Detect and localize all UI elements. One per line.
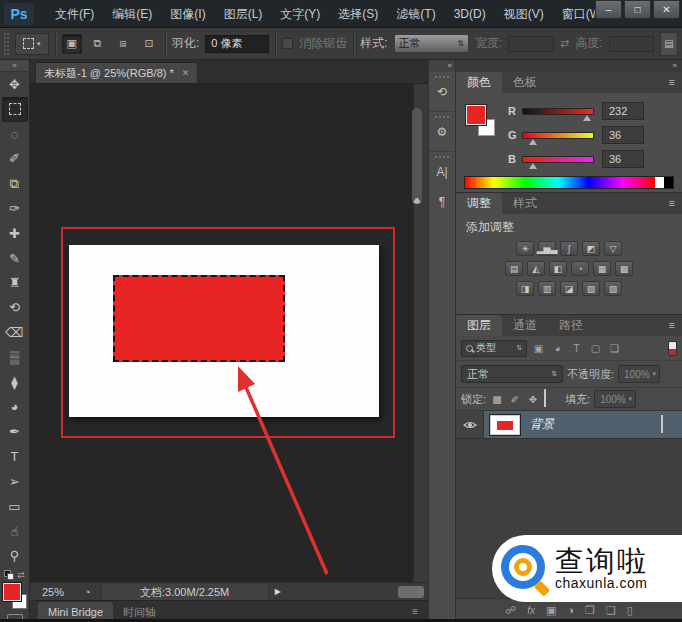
tool-pen-button[interactable]: ✒	[2, 419, 28, 444]
vertical-scrollbar[interactable]	[413, 84, 428, 582]
panel-menu-icon[interactable]: ≡	[669, 315, 682, 336]
new-layer-icon[interactable]: ❑	[606, 604, 616, 617]
menu-3d[interactable]: 3D(D)	[445, 0, 495, 28]
photo-filter-icon[interactable]: ◔	[571, 261, 589, 276]
selection-mode-add-button[interactable]: ⧉	[88, 34, 108, 54]
width-input[interactable]	[508, 36, 554, 52]
tab-color[interactable]: 颜色	[456, 72, 502, 93]
workspace-button[interactable]: ▤	[660, 32, 678, 56]
tool-path-selection-button[interactable]: ➢	[2, 469, 28, 494]
filter-smart-objects-icon[interactable]: ❏	[607, 343, 622, 354]
properties-panel-icon[interactable]: ⚙	[431, 121, 453, 143]
tool-hand-button[interactable]: ☝	[2, 519, 28, 544]
brightness-contrast-icon[interactable]: ☀	[516, 241, 534, 256]
toolbar-collapse-icon[interactable]: »	[0, 60, 29, 72]
tool-clone-stamp-button[interactable]: ♜	[2, 271, 28, 296]
exposure-icon[interactable]: ◩	[582, 241, 600, 256]
gradient-map-icon[interactable]: ▨	[604, 281, 622, 296]
filter-shape-layers-icon[interactable]: ▢	[588, 343, 603, 354]
layer-row-background[interactable]: 背景	[456, 411, 682, 439]
status-options-arrow-icon[interactable]: ▶	[275, 587, 281, 596]
lock-all-icon[interactable]	[544, 390, 553, 408]
layer-filter-dropdown[interactable]: 类型 ⇅	[461, 340, 527, 357]
blue-value[interactable]: 36	[602, 150, 644, 168]
menu-type[interactable]: 文字(Y)	[271, 0, 329, 28]
hue-saturation-icon[interactable]: ▤	[505, 261, 523, 276]
layer-style-icon[interactable]: fx	[527, 605, 535, 616]
tool-crop-button[interactable]: ⧉	[2, 171, 28, 196]
maximize-button[interactable]: □	[624, 0, 651, 19]
threshold-icon[interactable]: ◪	[560, 281, 578, 296]
blend-mode-dropdown[interactable]: 正常 ⇅	[461, 365, 563, 383]
menu-edit[interactable]: 编辑(E)	[103, 0, 161, 28]
visibility-cell[interactable]	[456, 411, 484, 438]
curves-icon[interactable]: ʃ	[560, 241, 578, 256]
tool-move-button[interactable]: ✥	[2, 72, 28, 97]
tab-close-icon[interactable]: ✕	[182, 68, 190, 78]
blue-slider-thumb[interactable]	[529, 163, 537, 169]
levels-icon[interactable]: ▂▅▃	[538, 241, 556, 256]
spectrum-ramp[interactable]	[464, 176, 674, 189]
selection-mode-intersect-button[interactable]: ⊡	[139, 34, 159, 54]
tool-blur-button[interactable]: ⧫	[2, 370, 28, 395]
selection-mode-new-button[interactable]: ▣	[62, 34, 82, 54]
filter-toggle-switch[interactable]	[668, 341, 677, 356]
tool-lasso-button[interactable]: ◌	[2, 122, 28, 147]
green-slider[interactable]	[522, 132, 594, 139]
tool-type-button[interactable]: T	[2, 444, 28, 469]
tool-dodge-button[interactable]: ◕	[2, 395, 28, 420]
document-tab[interactable]: 未标题-1 @ 25%(RGB/8) * ✕	[35, 62, 198, 83]
panel-menu-icon[interactable]: ≡	[412, 606, 418, 617]
selective-color-icon[interactable]: ▧	[582, 281, 600, 296]
red-value[interactable]: 232	[602, 102, 644, 120]
panels-collapse-icon[interactable]: »	[456, 60, 682, 72]
delete-layer-icon[interactable]: ▯	[627, 604, 633, 617]
tool-gradient-button[interactable]: ▒	[2, 345, 28, 370]
style-dropdown[interactable]: 正常 ⇅	[394, 34, 469, 53]
character-panel-icon[interactable]: A|	[431, 161, 453, 183]
lock-pixels-icon[interactable]: ✐	[508, 394, 522, 405]
color-spectrum[interactable]	[465, 177, 655, 188]
swap-dimensions-icon[interactable]: ⇄	[560, 37, 569, 50]
menu-filter[interactable]: 滤镜(T)	[387, 0, 444, 28]
filter-type-layers-icon[interactable]: T	[569, 343, 584, 354]
menu-view[interactable]: 视图(V)	[495, 0, 553, 28]
tool-brush-button[interactable]: ✎	[2, 246, 28, 271]
tab-layers[interactable]: 图层	[456, 315, 502, 336]
adjustment-layer-icon[interactable]: ◑	[567, 604, 574, 616]
minimize-button[interactable]: –	[595, 0, 622, 19]
green-slider-thumb[interactable]	[529, 139, 537, 145]
red-slider-thumb[interactable]	[583, 115, 591, 121]
foreground-color-swatch[interactable]	[3, 583, 21, 601]
color-balance-icon[interactable]: ◭	[527, 261, 545, 276]
filter-pixel-layers-icon[interactable]: ▣	[531, 343, 546, 354]
menu-select[interactable]: 选择(S)	[329, 0, 387, 28]
layer-mask-icon[interactable]: ▣	[546, 604, 556, 617]
tab-styles[interactable]: 样式	[502, 193, 548, 214]
zoom-level[interactable]: 25%	[42, 586, 84, 598]
scrollbar-thumb[interactable]	[412, 108, 422, 204]
tab-paths[interactable]: 路径	[548, 315, 594, 336]
red-slider[interactable]	[522, 108, 594, 115]
layer-thumbnail[interactable]	[490, 415, 520, 435]
lock-position-icon[interactable]: ✥	[526, 394, 540, 405]
white-swatch[interactable]	[655, 177, 664, 188]
menu-layer[interactable]: 图层(L)	[215, 0, 272, 28]
fill-field[interactable]: 100% ▾	[594, 390, 636, 408]
opacity-field[interactable]: 100% ▾	[618, 365, 660, 383]
color-lookup-icon[interactable]: ▩	[615, 261, 633, 276]
swap-colors-icon[interactable]: ⇄	[17, 570, 25, 580]
black-swatch[interactable]	[664, 177, 673, 188]
menu-window[interactable]: 窗口(W)	[553, 0, 595, 28]
tool-rect-marquee-button[interactable]	[2, 97, 28, 122]
black-white-icon[interactable]: ◧	[549, 261, 567, 276]
tab-swatches[interactable]: 色板	[502, 72, 548, 93]
tool-zoom-button[interactable]: ⚲	[2, 543, 28, 568]
menu-image[interactable]: 图像(I)	[161, 0, 214, 28]
tool-shape-button[interactable]: ▭	[2, 494, 28, 519]
feather-input[interactable]	[205, 35, 269, 53]
panel-menu-icon[interactable]: ≡	[669, 193, 682, 214]
tab-adjustments[interactable]: 调整	[456, 193, 502, 214]
blue-slider[interactable]	[522, 156, 594, 163]
tab-channels[interactable]: 通道	[502, 315, 548, 336]
